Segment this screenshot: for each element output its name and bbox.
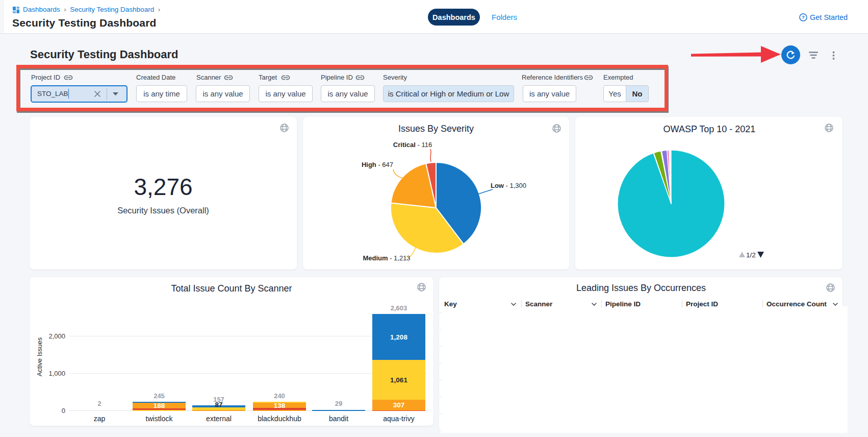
svg-text:?: ?: [802, 14, 805, 20]
